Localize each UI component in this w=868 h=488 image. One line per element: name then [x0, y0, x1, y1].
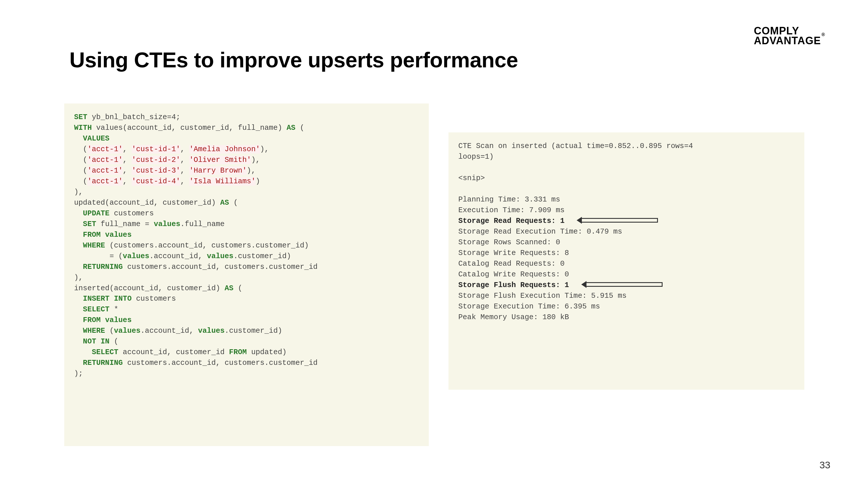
slide: COMPLY ADVANTAGE® Using CTEs to improve …	[0, 0, 868, 488]
arrow-icon	[587, 282, 662, 287]
page-title: Using CTEs to improve upserts performanc…	[69, 48, 518, 72]
storage-read-requests: Storage Read Requests: 1	[458, 217, 564, 225]
sql-code-block: SET yb_bnl_batch_size=4; WITH values(acc…	[64, 103, 429, 446]
arrow-icon	[582, 218, 658, 223]
logo-line1: COMPLY	[754, 26, 825, 36]
logo-line2: ADVANTAGE®	[754, 36, 825, 46]
brand-logo: COMPLY ADVANTAGE®	[754, 26, 825, 46]
page-number: 33	[819, 459, 830, 470]
storage-flush-requests: Storage Flush Requests: 1	[458, 281, 569, 289]
explain-output-block: CTE Scan on inserted (actual time=0.852.…	[448, 132, 804, 390]
